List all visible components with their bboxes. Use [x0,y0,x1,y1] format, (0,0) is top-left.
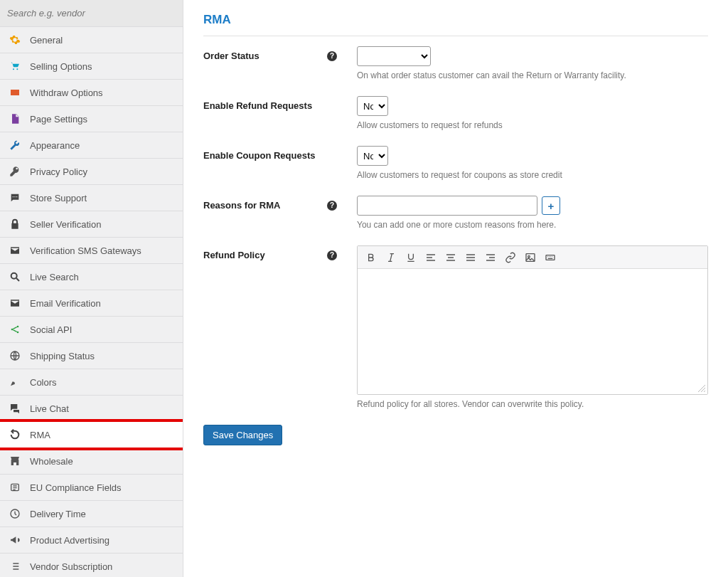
keyboard-icon[interactable] [541,249,560,266]
sidebar-item-page-settings[interactable]: Page Settings [0,106,183,132]
sidebar-item-delivery-time[interactable]: Delivery Time [0,501,183,527]
brush-icon [9,376,21,388]
megaphone-icon [9,534,21,546]
control-enable-refund: No Allow customers to request for refund… [357,96,708,130]
align-right-icon[interactable] [481,249,500,266]
sidebar-item-label: Email Verification [30,298,101,309]
sidebar-item-email-verification[interactable]: Email Verification [0,290,183,317]
sidebar-item-store-support[interactable]: Store Support [0,185,183,211]
wrench-icon [9,139,21,152]
sidebar-search-wrap [0,0,183,27]
sidebar-item-eu-compliance-fields[interactable]: EU Compliance Fields [0,475,183,501]
sidebar-search-input[interactable] [7,8,176,18]
editor-body [358,269,707,394]
row-enable-coupon: Enable Coupon Requests No Allow customer… [203,146,708,180]
svg-rect-12 [546,255,555,260]
search-icon [9,270,21,283]
label-enable-refund: Enable Refund Requests [203,96,357,111]
label-order-status-text: Order Status [203,51,259,61]
link-icon[interactable] [501,249,520,266]
list-icon [9,560,21,573]
sidebar-item-vendor-subscription[interactable]: Vendor Subscription [0,554,183,577]
sidebar-item-social-api[interactable]: Social API [0,317,183,343]
order-status-select[interactable] [357,46,431,66]
control-reasons: + You can add one or more custom reasons… [357,196,708,230]
sidebar-item-label: Privacy Policy [30,166,87,177]
align-left-icon[interactable] [422,249,440,266]
cart-icon [9,60,21,73]
sidebar-item-privacy-policy[interactable]: Privacy Policy [0,159,183,185]
sidebar-item-live-search[interactable]: Live Search [0,264,183,290]
sidebar-item-label: Live Chat [30,403,69,414]
control-order-status: On what order status customer can avail … [357,46,708,80]
page-icon [9,112,21,125]
sidebar-item-label: Delivery Time [30,509,86,519]
sidebar-item-label: Appearance [30,140,80,151]
badge-icon [9,481,21,494]
sidebar-item-rma[interactable]: RMA [0,422,183,448]
key-icon [9,165,21,178]
comments-icon [9,402,21,415]
help-icon[interactable]: ? [327,201,337,211]
hint-reasons: You can add one or more custom reasons f… [357,220,708,230]
refund-policy-textarea[interactable] [358,269,707,394]
gear-icon [9,33,21,46]
svg-point-11 [528,255,530,258]
bold-icon[interactable] [362,249,380,266]
sidebar-item-appearance[interactable]: Appearance [0,132,183,159]
svg-point-6 [17,332,19,334]
sidebar-item-label: Verification SMS Gateways [30,245,141,256]
row-enable-refund: Enable Refund Requests No Allow customer… [203,96,708,130]
sidebar-item-label: General [30,35,63,46]
image-icon[interactable] [521,249,540,266]
italic-icon[interactable] [382,249,400,266]
store-icon [9,455,21,467]
sidebar-item-general[interactable]: General [0,27,183,53]
add-reason-button[interactable]: + [542,196,560,215]
sidebar-item-label: Shipping Status [30,351,95,361]
sidebar-item-label: Store Support [30,193,87,203]
reason-input[interactable] [357,196,537,216]
sidebar-item-verification-sms-gateways[interactable]: Verification SMS Gateways [0,238,183,264]
sidebar-item-selling-options[interactable]: Selling Options [0,53,183,80]
mail-icon [9,297,21,309]
settings-sidebar: GeneralSelling OptionsWithdraw OptionsPa… [0,0,183,577]
underline-icon[interactable] [402,249,420,266]
sidebar-item-label: RMA [30,430,50,440]
sidebar-item-label: Product Advertising [30,535,109,546]
enable-coupon-select[interactable]: No [357,146,388,166]
sidebar-item-seller-verification[interactable]: Seller Verification [0,211,183,238]
control-enable-coupon: No Allow customers to request for coupon… [357,146,708,180]
globe-icon [9,349,21,362]
mail-icon [9,244,21,257]
label-reasons: Reasons for RMA ? [203,196,357,211]
help-icon[interactable]: ? [327,51,337,61]
align-justify-icon[interactable] [461,249,480,266]
label-enable-coupon: Enable Coupon Requests [203,146,357,161]
sidebar-item-live-chat[interactable]: Live Chat [0,396,183,422]
align-center-icon[interactable] [441,249,460,266]
row-order-status: Order Status ? On what order status cust… [203,46,708,80]
row-refund-policy: Refund Policy ? [203,245,708,409]
sidebar-item-label: EU Compliance Fields [30,482,122,493]
sidebar-item-shipping-status[interactable]: Shipping Status [0,343,183,369]
sidebar-item-product-advertising[interactable]: Product Advertising [0,527,183,554]
sidebar-item-colors[interactable]: Colors [0,369,183,396]
help-icon[interactable]: ? [327,250,337,260]
row-reasons: Reasons for RMA ? + You can add one or m… [203,196,708,230]
sidebar-item-withdraw-options[interactable]: Withdraw Options [0,80,183,106]
sidebar-item-label: Seller Verification [30,219,101,230]
sidebar-item-wholesale[interactable]: Wholesale [0,448,183,475]
clock-icon [9,507,21,520]
resize-handle-icon[interactable] [697,384,706,393]
save-changes-button[interactable]: Save Changes [203,425,282,445]
editor-toolbar [358,246,707,269]
hint-order-status: On what order status customer can avail … [357,70,708,80]
main-content: RMA Order Status ? On what order status … [183,0,728,577]
svg-point-2 [16,196,17,197]
sidebar-item-label: Page Settings [30,114,87,125]
sidebar-item-label: Vendor Subscription [30,561,112,572]
hint-refund-policy: Refund policy for all stores. Vendor can… [357,399,708,409]
enable-refund-select[interactable]: No [357,96,388,116]
hint-enable-coupon: Allow customers to request for coupons a… [357,170,708,180]
